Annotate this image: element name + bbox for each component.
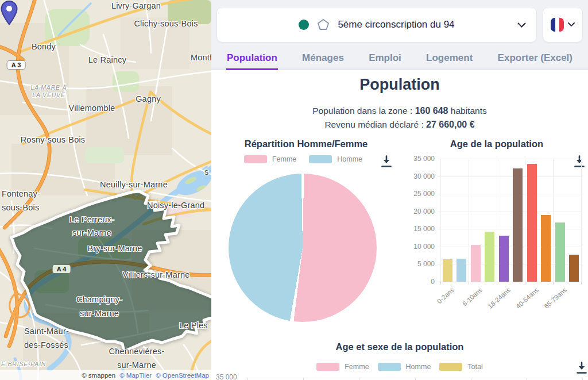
tab-exporter-excel[interactable]: Exporter (Excel)	[497, 48, 573, 70]
road-badge: A 4	[52, 264, 71, 274]
gridline	[581, 159, 582, 282]
map-place-label: Champigny-	[76, 295, 122, 304]
bar-18-24ans	[499, 236, 509, 282]
axis-tick	[553, 282, 554, 285]
pie-legend: Femme Homme	[217, 155, 389, 163]
y-axis-tick-label: 35 000	[405, 155, 435, 163]
homme-swatch	[378, 363, 401, 371]
attribution-maptiler-link[interactable]: © MapTiler	[119, 372, 152, 379]
zone-selector-dropdown[interactable]: 5ème circonscription du 94	[216, 7, 537, 43]
panel-header: 5ème circonscription du 94	[211, 0, 588, 48]
legend-item-homme[interactable]: Homme	[378, 363, 431, 371]
axis-tick	[582, 378, 583, 380]
map-pin[interactable]	[0, 0, 18, 26]
gridline	[469, 159, 469, 282]
map-place-label: E BRISE-PAIN	[1, 360, 46, 367]
map-place-label: LA MARE À	[31, 84, 67, 91]
page-title: Population	[211, 76, 588, 94]
axis-tick	[497, 282, 497, 285]
map-place-label: sur-Marne	[117, 360, 156, 370]
zone-color-dot	[299, 20, 309, 30]
age-bar-chart	[440, 159, 581, 282]
bar-40-54ans	[527, 164, 537, 282]
tab-logement[interactable]: Logement	[425, 48, 473, 70]
download-age-sex-button[interactable]	[575, 361, 588, 376]
tab-emploi[interactable]: Emploi	[368, 48, 402, 70]
map-place-label: des-Fossés	[24, 340, 68, 350]
map-place-label: Gagny	[136, 94, 161, 103]
tab-menages[interactable]: Ménages	[301, 48, 345, 70]
bar-chart-title: Age de la population	[416, 139, 577, 149]
map-place-label: sur-Marne	[80, 309, 119, 318]
gender-pie-chart	[229, 174, 377, 322]
map-place-label: Fontenay-	[2, 189, 40, 198]
y-axis-tick-label: 25 000	[405, 190, 435, 198]
gridline	[438, 159, 581, 159]
map-place-label: LA VEUVE	[32, 91, 65, 98]
y-axis-tick-label: 10 000	[405, 243, 435, 251]
x-axis-tick-label: 0-2ans	[436, 286, 455, 305]
x-axis-tick-label: 65-79ans	[543, 286, 568, 310]
legend-item-homme[interactable]: Homme	[309, 155, 362, 163]
x-axis-tick-label: 40-54ans	[515, 286, 540, 310]
map-place-label: Bondy	[32, 42, 56, 51]
bar-6-10ans	[471, 245, 481, 282]
bar-cat9	[569, 255, 579, 282]
femme-swatch	[244, 155, 267, 163]
france-flag-icon	[551, 18, 564, 32]
attribution-smappen: © smappen	[82, 372, 115, 379]
zone-shape-icon	[316, 18, 330, 32]
zone-selector-label: 5ème circonscription du 94	[338, 19, 454, 30]
download-pie-button[interactable]	[380, 155, 394, 170]
chevron-down-icon	[517, 22, 526, 28]
gridline	[438, 212, 581, 212]
bar-cat7	[541, 215, 551, 282]
map-place-label: Bry-sur-Marne	[87, 244, 142, 253]
map-place-label: Chennevières-	[109, 347, 165, 356]
map-place-label: Villiers-sur-Marne	[123, 270, 190, 279]
gridline	[497, 159, 497, 282]
map-place-label: sous-Bois	[2, 203, 39, 212]
map-place-label: Clichy-sous-Bois	[134, 19, 198, 28]
language-selector[interactable]	[543, 7, 583, 43]
y-axis-tick-label: 20 000	[405, 208, 435, 216]
age-sex-axis-label: 35 000	[216, 373, 237, 380]
population-content: Population Population dans la zone : 160…	[211, 70, 588, 380]
map-place-label: Rosny-sous-Bois	[21, 135, 86, 144]
homme-swatch	[309, 155, 332, 163]
age-sex-legend: Femme Homme Total	[285, 363, 514, 371]
axis-tick	[471, 378, 471, 380]
tab-population[interactable]: Population	[226, 48, 278, 70]
attribution-osm-link[interactable]: © OpenStreetMap	[156, 372, 209, 379]
map-place-label: Villemomble	[69, 103, 115, 113]
legend-item-femme[interactable]: Femme	[244, 155, 296, 163]
gridline	[553, 159, 554, 282]
map-place-label: Neuilly-sur-Marne	[100, 180, 168, 189]
map-place-label: sur-Marne	[72, 228, 111, 237]
bar-cat1	[457, 259, 466, 282]
femme-swatch	[316, 363, 339, 371]
axis-tick	[303, 378, 304, 380]
axis-tick	[527, 378, 527, 380]
population-stat: Population dans la zone : 160 648 habita…	[211, 106, 588, 116]
legend-item-femme[interactable]: Femme	[316, 363, 369, 371]
axis-tick	[525, 282, 525, 285]
map-place-label: Le Raincy	[88, 55, 126, 64]
map-place-label: Le Perreux-	[69, 215, 114, 224]
y-axis-tick-label: 0	[405, 278, 435, 286]
axis-tick	[581, 282, 582, 285]
tab-bar: Population Ménages Emploi Logement Expor…	[211, 48, 588, 70]
legend-item-total[interactable]: Total	[439, 363, 482, 371]
y-axis-tick-label: 15 000	[405, 225, 435, 233]
bar-0-2ans	[443, 259, 452, 282]
age-sex-chart-title: Age et sexe de la population	[211, 341, 588, 352]
gridline	[525, 159, 525, 282]
y-axis-tick-label: 30 000	[405, 172, 435, 181]
gridline	[440, 159, 441, 282]
map-place-label: Le Ples	[179, 321, 208, 330]
map[interactable]: Livry-GarganClichy-sous-BoisBondyLe Rain…	[0, 0, 211, 380]
x-axis-tick-label: 18-24ans	[487, 286, 512, 310]
pie-chart-title: Répartition Homme/Femme	[217, 139, 395, 149]
stats-panel: 5ème circonscription du 94 Population Mé…	[211, 0, 588, 380]
map-place-label: Noisy-le-Grand	[147, 201, 204, 210]
